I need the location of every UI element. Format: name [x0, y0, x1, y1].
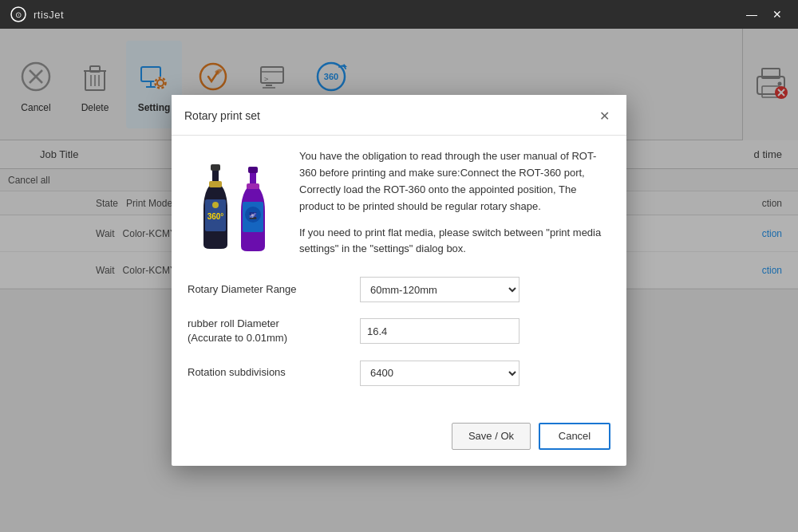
svg-rect-38: [209, 181, 222, 187]
rubber-roll-label: rubber roll Diameter(Accurate to 0.01mm): [188, 317, 347, 345]
diameter-range-select[interactable]: 60mm-120mm 30mm-60mm 120mm-200mm: [360, 277, 519, 302]
title-logo-area: ⊙ rtisJet: [10, 6, 64, 23]
rotation-subdivisions-control: 6400 3200 1600 800: [360, 361, 519, 386]
rotation-subdivisions-select[interactable]: 6400 3200 1600 800: [360, 361, 519, 386]
diameter-range-row: Rotary Diameter Range 60mm-120mm 30mm-60…: [188, 277, 610, 302]
modal-info-section: 360°: [188, 148, 610, 258]
svg-rect-34: [211, 164, 220, 171]
modal-header: Rotary print set ✕: [172, 95, 626, 136]
modal-message2: If you need to print flat media, please …: [299, 225, 610, 258]
svg-rect-44: [247, 183, 259, 189]
rotation-subdivisions-row: Rotation subdivisions 6400 3200 1600 800: [188, 361, 610, 386]
title-bar: ⊙ rtisJet — ✕: [0, 0, 798, 29]
rotary-print-set-modal: Rotary print set ✕: [172, 95, 626, 465]
svg-rect-40: [248, 167, 258, 173]
diameter-range-control: 60mm-120mm 30mm-60mm 120mm-200mm: [360, 277, 519, 302]
rubber-roll-row: rubber roll Diameter(Accurate to 0.01mm): [188, 317, 610, 345]
svg-point-37: [212, 202, 219, 208]
modal-close-button[interactable]: ✕: [595, 106, 614, 125]
app-logo-icon: ⊙: [10, 6, 27, 23]
modal-title: Rotary print set: [184, 109, 260, 122]
app-title: rtisJet: [34, 9, 64, 21]
save-ok-button[interactable]: Save / Ok: [452, 423, 531, 450]
title-controls: — ✕: [741, 6, 788, 23]
modal-description: You have the obligation to read through …: [299, 148, 610, 258]
main-area: Cancel Delete: [0, 29, 798, 532]
cancel-button[interactable]: Cancel: [539, 423, 610, 450]
rotary-bottles-image: 360°: [188, 148, 283, 258]
modal-overlay: Rotary print set ✕: [0, 29, 798, 532]
rotation-subdivisions-label: Rotation subdivisions: [188, 365, 347, 380]
svg-text:⊙: ⊙: [15, 10, 22, 19]
minimize-button[interactable]: —: [741, 6, 763, 23]
diameter-range-label: Rotary Diameter Range: [188, 282, 347, 297]
svg-text:360°: 360°: [207, 212, 224, 221]
modal-body: 360°: [172, 136, 626, 412]
svg-text:🌌: 🌌: [249, 211, 257, 219]
modal-message1: You have the obligation to read through …: [299, 148, 610, 215]
modal-footer: Save / Ok Cancel: [172, 413, 626, 450]
rubber-roll-control: [360, 318, 519, 344]
window-close-button[interactable]: ✕: [766, 6, 788, 23]
rubber-roll-input[interactable]: [360, 318, 519, 344]
